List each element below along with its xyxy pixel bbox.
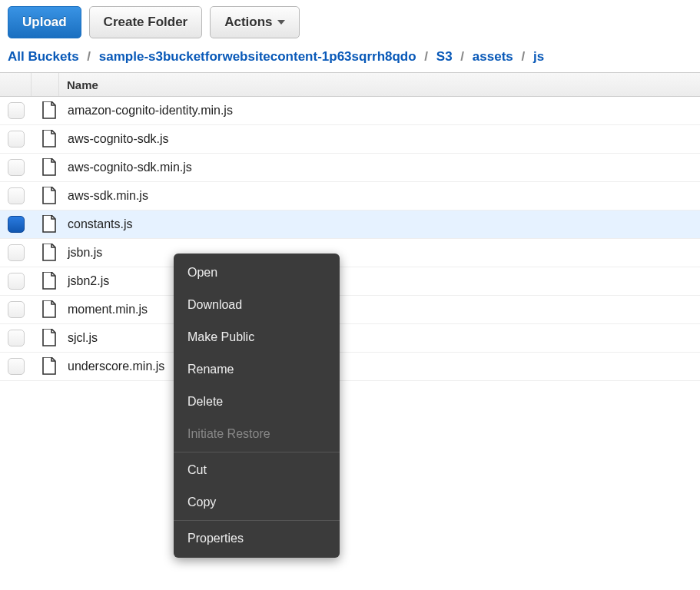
breadcrumb-folder-s3[interactable]: S3: [436, 49, 453, 64]
menu-item-make-public[interactable]: Make Public: [174, 321, 340, 353]
table-row[interactable]: sjcl.js: [0, 324, 700, 353]
file-name[interactable]: constants.js: [63, 217, 700, 231]
file-name[interactable]: aws-cognito-sdk.min.js: [63, 161, 700, 174]
column-header-name-label: Name: [67, 78, 98, 91]
breadcrumb-bucket[interactable]: sample-s3bucketforwebsitecontent-1p63sqr…: [99, 49, 416, 64]
create-folder-button[interactable]: Create Folder: [89, 6, 203, 38]
file-icon: [35, 329, 63, 347]
row-checkbox[interactable]: [8, 159, 25, 176]
breadcrumb-folder-js[interactable]: js: [533, 49, 544, 64]
menu-item-rename[interactable]: Rename: [174, 353, 340, 381]
chevron-down-icon: [277, 20, 285, 25]
file-icon: [35, 215, 63, 234]
table-header: Name: [0, 72, 700, 97]
breadcrumb-separator: /: [87, 49, 91, 64]
file-icon: [35, 130, 63, 148]
file-list: amazon-cognito-identity.min.jsaws-cognit…: [0, 97, 700, 381]
breadcrumb: All Buckets / sample-s3bucketforwebsitec…: [0, 45, 700, 72]
row-checkbox[interactable]: [8, 273, 25, 290]
file-icon: [35, 357, 63, 376]
file-icon: [35, 272, 63, 290]
table-row[interactable]: aws-sdk.min.js: [0, 182, 700, 210]
table-row[interactable]: constants.js: [0, 210, 700, 239]
row-checkbox[interactable]: [8, 102, 25, 119]
file-icon: [35, 101, 63, 120]
breadcrumb-folder-assets[interactable]: assets: [473, 49, 513, 64]
file-name[interactable]: aws-cognito-sdk.js: [63, 132, 700, 146]
toolbar: Upload Create Folder Actions: [0, 0, 700, 45]
table-row[interactable]: amazon-cognito-identity.min.js: [0, 97, 700, 125]
file-icon: [35, 158, 63, 177]
create-folder-button-label: Create Folder: [104, 15, 188, 30]
table-row[interactable]: aws-cognito-sdk.min.js: [0, 154, 700, 182]
upload-button-label: Upload: [22, 15, 67, 30]
file-name[interactable]: underscore.min.js: [63, 360, 700, 373]
breadcrumb-separator: /: [522, 49, 526, 64]
upload-button[interactable]: Upload: [8, 6, 81, 38]
breadcrumb-root[interactable]: All Buckets: [8, 49, 79, 64]
table-row[interactable]: moment.min.js: [0, 296, 700, 324]
row-checkbox[interactable]: [8, 244, 25, 261]
row-checkbox[interactable]: [8, 301, 25, 318]
file-icon: [35, 244, 63, 262]
actions-dropdown[interactable]: Actions: [210, 6, 299, 38]
table-row[interactable]: jsbn.js: [0, 239, 700, 267]
row-checkbox[interactable]: [8, 131, 25, 148]
file-name[interactable]: moment.min.js: [63, 303, 700, 317]
row-checkbox[interactable]: [8, 358, 25, 375]
actions-dropdown-label: Actions: [224, 15, 272, 30]
column-header-icon: [31, 73, 58, 96]
table-row[interactable]: jsbn2.js: [0, 267, 700, 296]
table-row[interactable]: underscore.min.js: [0, 353, 700, 381]
file-name[interactable]: sjcl.js: [63, 331, 700, 345]
menu-item-open[interactable]: Open: [174, 257, 340, 289]
file-icon: [35, 187, 63, 205]
row-checkbox[interactable]: [8, 330, 25, 346]
row-checkbox[interactable]: [8, 187, 25, 204]
breadcrumb-separator: /: [460, 49, 464, 64]
menu-item-download[interactable]: Download: [174, 289, 340, 321]
breadcrumb-separator: /: [424, 49, 428, 64]
file-name[interactable]: amazon-cognito-identity.min.js: [63, 104, 700, 118]
file-icon: [35, 300, 63, 319]
table-row[interactable]: aws-cognito-sdk.js: [0, 125, 700, 154]
context-menu: Open Download Make Public Rename Delete …: [174, 254, 340, 381]
column-header-name[interactable]: Name: [58, 73, 700, 96]
file-name[interactable]: aws-sdk.min.js: [63, 189, 700, 203]
row-checkbox[interactable]: [8, 216, 25, 233]
file-name[interactable]: jsbn.js: [63, 246, 700, 260]
file-name[interactable]: jsbn2.js: [63, 274, 700, 288]
